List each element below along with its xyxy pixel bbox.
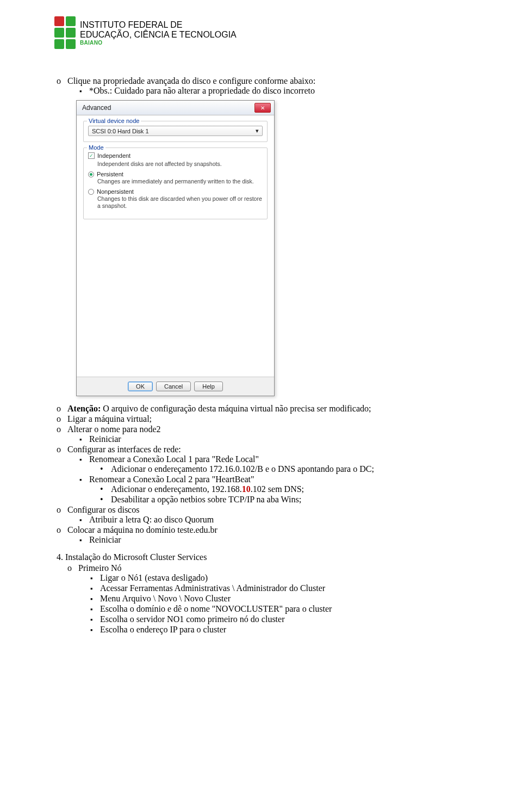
end2-red: 10 [242,484,251,494]
independent-desc: Independent disks are not affected by sn… [97,161,263,168]
nonpersistent-desc: Changes to this disk are discarded when … [97,195,263,210]
conf-ifaces-text: Configurar as interfaces de rede: [67,445,181,454]
quorum-line: Atribuir a letra Q: ao disco Quorum [89,515,468,525]
s4-6: Escolha o endereço IP para o cluster [100,625,468,635]
nonpersistent-label: Nonpersistent [97,188,134,195]
virtual-device-combo[interactable]: SCSI 0:0 Hard Disk 1 ▾ [88,126,263,136]
s4-2: Acessar Ferramentas Administrativas \ Ad… [100,583,468,593]
s4-3: Menu Arquivo \ Novo \ Novo Cluster [100,594,468,604]
atencao-label: Atenção: [67,404,101,413]
dominio-text: Colocar a máquina no domínio teste.edu.b… [67,525,217,534]
s4-4: Escolha o domínio e dê o nome "NOVOCLUST… [100,604,468,614]
independent-checkbox[interactable]: ✓ [88,152,95,159]
netbios-line: Desabilitar a opção netbios sobre TCP/IP… [111,495,468,505]
conf-discos-text: Configurar os discos [67,505,139,514]
ok-button[interactable]: OK [128,382,153,391]
end1-line: Adicionar o endereçamento 172.16.0.102/B… [111,464,468,474]
persistent-label: Persistent [97,171,123,177]
configurar-ifaces-line: Configurar as interfaces de rede: Renome… [67,445,468,505]
advanced-dialog: Advanced ✕ Virtual device node SCSI 0:0 … [76,100,275,396]
logo-line2: EDUCAÇÃO, CIÊNCIA E TECNOLOGIA [80,30,237,40]
ren2-line: Renomear a Conexão Local 2 para "HeartBe… [89,475,468,505]
close-icon[interactable]: ✕ [254,103,271,113]
obs-line: *Obs.: Cuidado para não alterar a propri… [89,86,468,96]
ren2-text: Renomear a Conexão Local 2 para "HeartBe… [89,475,254,484]
end2-prefix: Adicionar o endereçamento, 192.168. [111,484,242,494]
ren1-line: Renomear a Conexão Local 1 para "Rede Lo… [89,454,468,474]
s4-1: Ligar o Nó1 (estava desligado) [100,573,468,583]
conf-discos-line: Configurar os discos Atribuir a letra Q:… [67,505,468,525]
dialog-title: Advanced [82,104,111,112]
nonpersistent-radio[interactable] [88,189,94,195]
dominio-line: Colocar a máquina no domínio teste.edu.b… [67,525,468,545]
logo-line1: INSTITUTO FEDERAL DE [80,20,237,30]
end2-suffix: .102 sem DNS; [251,484,304,494]
reiniciar-line: Reiniciar [89,434,468,444]
ligar-line: Ligar a máquina virtual; [67,414,468,424]
ren1-text: Renomear a Conexão Local 1 para "Rede Lo… [89,454,259,464]
alterar-text: Alterar o nome para node2 [67,425,160,434]
help-button[interactable]: Help [194,382,223,391]
primeiro-no-text: Primeiro Nó [78,563,122,573]
atencao-rest: O arquivo de configuração desta máquina … [101,404,371,413]
intro-text: Clique na propriedade avançada do disco … [67,76,315,85]
step4-title: Instalação do Microsoft Cluster Services [65,552,207,562]
group-vdn-title: Virtual device node [87,118,141,124]
independent-label: Independent [97,152,130,159]
step4: Instalação do Microsoft Cluster Services… [65,552,468,635]
cancel-button[interactable]: Cancel [156,382,191,391]
logo-line3: BAIANO [80,40,237,46]
reiniciar2-line: Reiniciar [89,535,468,545]
institution-logo: INSTITUTO FEDERAL DE EDUCAÇÃO, CIÊNCIA E… [54,16,468,49]
primeiro-no-line: Primeiro Nó Ligar o Nó1 (estava desligad… [78,563,468,635]
combo-value: SCSI 0:0 Hard Disk 1 [92,128,149,134]
atencao-line: Atenção: O arquivo de configuração desta… [67,404,468,414]
chevron-down-icon: ▾ [256,127,259,134]
intro-line: Clique na propriedade avançada do disco … [67,76,468,96]
group-mode-title: Mode [87,144,105,151]
alterar-line: Alterar o nome para node2 Reiniciar [67,425,468,444]
s4-5: Escolha o servidor NO1 como primeiro nó … [100,614,468,624]
end2-line: Adicionar o endereçamento, 192.168.10.10… [111,484,468,494]
persistent-radio[interactable] [88,171,94,177]
persistent-desc: Changes are immediately and permanently … [97,178,263,185]
logo-squares [54,16,76,49]
